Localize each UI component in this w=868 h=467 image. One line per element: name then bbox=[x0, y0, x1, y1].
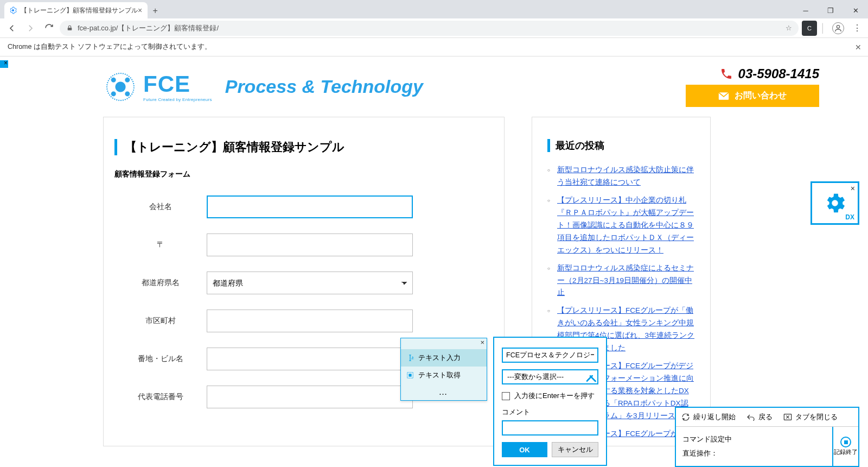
browser-toolbar: fce-pat.co.jp/【トレーニング】顧客情報登録/ ☆ C │ ⋮ bbox=[0, 18, 868, 38]
menu-text-get[interactable]: テキスト取得 bbox=[401, 367, 487, 384]
close-tab-button[interactable]: タブを閉じる bbox=[778, 408, 843, 426]
gear-icon bbox=[822, 191, 847, 216]
form-subtitle: 顧客情報登録フォーム bbox=[114, 169, 493, 179]
city-label: 市区町村 bbox=[114, 316, 207, 326]
post-link[interactable]: 【プレスリリース】中小企業の切り札『ＲＰＡロボパット』が大幅アップデート！画像認… bbox=[557, 196, 694, 254]
reload-button[interactable] bbox=[41, 21, 56, 36]
window-titlebar: 【トレーニング】顧客情報登録サンプル × + ─ ❐ ✕ bbox=[0, 0, 868, 18]
rpa-config-panel: ---変数から選択--- 入力後にEnterキーを押す コメント OK キャンセ… bbox=[493, 337, 607, 466]
maximize-button[interactable]: ❐ bbox=[818, 2, 843, 18]
page-content: × FCE Future Created by Entrepreneurs Pr… bbox=[0, 56, 868, 467]
close-window-button[interactable]: ✕ bbox=[843, 2, 868, 18]
page-title: 【トレーニング】顧客情報登録サンプル bbox=[114, 139, 493, 155]
rpa-comment-input[interactable] bbox=[502, 420, 598, 436]
svg-text:あ: あ bbox=[411, 356, 414, 360]
logo-tagline: Process & Technology bbox=[225, 76, 423, 97]
close-icon[interactable]: ✕ bbox=[855, 43, 861, 52]
pref-label: 都道府県名 bbox=[114, 278, 207, 288]
stop-record-button[interactable]: 記録終了 bbox=[832, 427, 858, 466]
overlay-close-tab[interactable]: × bbox=[0, 60, 8, 68]
tel-label: 代表電話番号 bbox=[114, 392, 207, 402]
repeat-button[interactable]: 繰り返し開始 bbox=[676, 408, 741, 426]
rpa-recorder-panel: 繰り返し開始 戻る タブを閉じる コマンド設定中 直近操作： 記録終了 bbox=[675, 407, 859, 467]
undo-icon bbox=[746, 413, 755, 421]
street-input[interactable] bbox=[207, 348, 413, 370]
street-label: 番地・ビル名 bbox=[114, 354, 207, 364]
postal-input[interactable] bbox=[207, 234, 413, 256]
logo-mark-icon bbox=[103, 70, 138, 104]
last-op-text: 直近操作： bbox=[682, 446, 826, 460]
automation-infobar: Chrome は自動テスト ソフトウェアによって制御されています。 ✕ bbox=[0, 38, 868, 56]
site-header: FCE Future Created by Entrepreneurs Proc… bbox=[0, 56, 868, 117]
logo-subtitle: Future Created by Entrepreneurs bbox=[143, 97, 212, 102]
ok-button[interactable]: OK bbox=[502, 442, 547, 457]
extension-icon[interactable]: C bbox=[802, 21, 817, 36]
logo-text: FCE Future Created by Entrepreneurs bbox=[143, 71, 212, 102]
close-icon[interactable]: × bbox=[851, 184, 855, 193]
pref-select[interactable]: 都道府県 bbox=[207, 272, 413, 294]
logo-main: FCE bbox=[143, 71, 212, 97]
rpa-text-input[interactable] bbox=[502, 348, 598, 363]
city-input[interactable] bbox=[207, 310, 413, 332]
menu-more[interactable]: … bbox=[401, 384, 487, 400]
bookmark-icon[interactable]: ☆ bbox=[786, 24, 792, 32]
text-cursor-icon: あ bbox=[406, 354, 414, 362]
minimize-button[interactable]: ─ bbox=[793, 2, 818, 18]
close-icon[interactable]: × bbox=[480, 338, 484, 349]
post-link[interactable]: 新型コロナウイルス感染拡大防止策に伴う当社宛て連絡について bbox=[557, 166, 694, 186]
company-label: 会社名 bbox=[114, 202, 207, 212]
rpa-context-menu: × あ テキスト入力 テキスト取得 … bbox=[400, 338, 487, 401]
rpa-dx-widget[interactable]: × DX bbox=[810, 181, 859, 225]
sidebar-heading: 最近の投稿 bbox=[547, 139, 695, 152]
infobar-text: Chrome は自動テスト ソフトウェアによって制御されています。 bbox=[8, 42, 212, 52]
back-button[interactable]: 戻る bbox=[741, 408, 778, 426]
list-item: 新型コロナウィルス感染症によるセミナー（2月27日~3月19日開催分）の開催中止 bbox=[547, 262, 695, 300]
browser-tab[interactable]: 【トレーニング】顧客情報登録サンプル × bbox=[4, 2, 148, 18]
svg-rect-6 bbox=[409, 374, 411, 376]
svg-point-0 bbox=[12, 9, 14, 11]
comment-label: コメント bbox=[502, 407, 598, 417]
tab-title: 【トレーニング】顧客情報登録サンプル bbox=[21, 6, 138, 15]
rpa-enter-checkbox[interactable]: 入力後にEnterキーを押す bbox=[502, 391, 598, 401]
phone-number: 03-5908-1415 bbox=[686, 66, 819, 81]
company-input[interactable] bbox=[207, 195, 413, 218]
window-controls: ─ ❐ ✕ bbox=[793, 2, 868, 18]
list-item: 【プレスリリース】中小企業の切り札『ＲＰＡロボパット』が大幅アップデート！画像認… bbox=[547, 194, 695, 257]
close-tab-icon bbox=[783, 413, 792, 421]
rpa-variable-select[interactable]: ---変数から選択--- bbox=[502, 369, 598, 384]
url-text: fce-pat.co.jp/【トレーニング】顧客情報登録/ bbox=[78, 23, 219, 33]
mail-icon bbox=[718, 92, 729, 100]
postal-label: 〒 bbox=[114, 240, 207, 250]
address-bar[interactable]: fce-pat.co.jp/【トレーニング】顧客情報登録/ ☆ bbox=[60, 21, 799, 36]
lock-icon bbox=[66, 24, 73, 31]
select-icon bbox=[406, 371, 414, 379]
gear-icon bbox=[9, 6, 17, 15]
tel-input[interactable] bbox=[207, 386, 413, 408]
dx-label: DX bbox=[845, 213, 854, 221]
site-logo[interactable]: FCE Future Created by Entrepreneurs Proc… bbox=[103, 70, 423, 104]
repeat-icon bbox=[681, 413, 690, 421]
stop-icon bbox=[840, 437, 851, 447]
forward-button[interactable] bbox=[23, 21, 38, 36]
status-text: コマンド設定中 bbox=[682, 432, 826, 446]
svg-point-7 bbox=[832, 200, 838, 206]
close-icon[interactable]: × bbox=[138, 6, 142, 15]
profile-avatar-icon[interactable] bbox=[832, 22, 844, 34]
list-item: 新型コロナウイルス感染拡大防止策に伴う当社宛て連絡について bbox=[547, 164, 695, 189]
contact-button[interactable]: お問い合わせ bbox=[686, 85, 819, 107]
new-tab-button[interactable]: + bbox=[148, 3, 163, 18]
checkbox-icon bbox=[502, 392, 510, 400]
menu-text-input[interactable]: あ テキスト入力 bbox=[401, 349, 487, 367]
svg-point-2 bbox=[837, 25, 839, 28]
menu-icon[interactable]: ⋮ bbox=[851, 23, 864, 33]
svg-rect-1 bbox=[68, 28, 72, 30]
cancel-button[interactable]: キャンセル bbox=[552, 442, 598, 457]
phone-icon bbox=[720, 67, 733, 80]
back-button[interactable] bbox=[4, 21, 20, 36]
post-link[interactable]: 新型コロナウィルス感染症によるセミナー（2月27日~3月19日開催分）の開催中止 bbox=[557, 264, 694, 297]
